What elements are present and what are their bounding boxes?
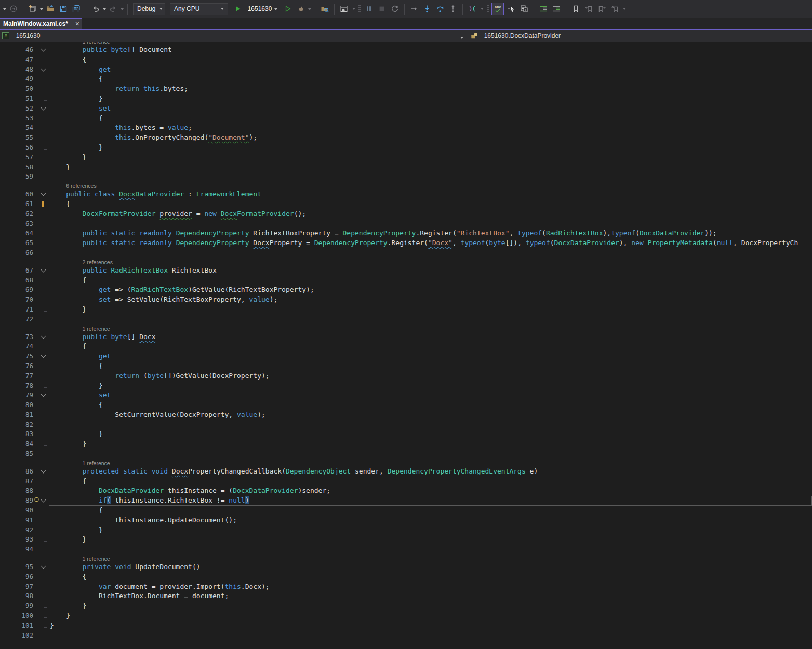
start-debugging-button[interactable]: _1651630 bbox=[231, 3, 281, 15]
code-line-71[interactable]: 71} bbox=[0, 305, 812, 315]
code-line-75[interactable]: 75get bbox=[0, 351, 812, 361]
code-line-59[interactable]: 59 bbox=[0, 172, 812, 182]
line-number[interactable]: 99 bbox=[0, 601, 33, 611]
codelens-references[interactable]: 1 reference bbox=[0, 42, 812, 45]
line-number[interactable]: 92 bbox=[0, 525, 33, 535]
navigate-circle-icon[interactable] bbox=[8, 3, 19, 15]
line-number[interactable]: 65 bbox=[0, 238, 33, 248]
line-number[interactable]: 62 bbox=[0, 209, 33, 219]
undo-icon[interactable] bbox=[90, 3, 101, 15]
redo-icon[interactable] bbox=[108, 3, 119, 15]
code-line-94[interactable]: 94 bbox=[0, 545, 812, 555]
toolbar-grip[interactable] bbox=[358, 5, 361, 13]
new-item-icon[interactable] bbox=[27, 3, 38, 15]
code-line-54[interactable]: 54this.bytes = value; bbox=[0, 123, 812, 133]
line-number[interactable]: 67 bbox=[0, 266, 33, 276]
line-number[interactable]: 58 bbox=[0, 163, 33, 172]
codelens-text[interactable]: 1 reference bbox=[83, 459, 110, 467]
line-number[interactable]: 74 bbox=[0, 342, 33, 351]
line-number[interactable]: 87 bbox=[0, 477, 33, 486]
line-number[interactable]: 84 bbox=[0, 439, 33, 449]
code-line-87[interactable]: 87{ bbox=[0, 477, 812, 486]
threads-caret[interactable] bbox=[480, 7, 484, 11]
show-next-statement-icon[interactable] bbox=[408, 3, 420, 15]
line-number[interactable]: 79 bbox=[0, 390, 33, 400]
project-dropdown-caret[interactable] bbox=[460, 37, 463, 40]
code-line-91[interactable]: 91thisInstance.UpdateDocument(); bbox=[0, 516, 812, 525]
tab-mainwindow-xaml-cs[interactable]: MainWindow.xaml.cs* × bbox=[0, 18, 82, 29]
type-dropdown[interactable]: _1651630.DocxDataProvider bbox=[459, 32, 561, 39]
code-line-101[interactable]: 101} bbox=[0, 621, 812, 631]
code-line-53[interactable]: 53{ bbox=[0, 114, 812, 124]
code-line-77[interactable]: 77return (byte[])GetValue(DocxProperty); bbox=[0, 371, 812, 381]
toolbar-grip[interactable] bbox=[487, 5, 489, 13]
step-into-icon[interactable] bbox=[421, 3, 433, 15]
code-line-55[interactable]: 55this.OnPropertyChanged("Document"); bbox=[0, 133, 812, 143]
line-number[interactable]: 77 bbox=[0, 371, 33, 381]
toggle-bookmark-icon[interactable] bbox=[570, 3, 581, 15]
undo-caret[interactable] bbox=[103, 8, 106, 12]
code-line-96[interactable]: 96{ bbox=[0, 572, 812, 582]
line-number[interactable]: 82 bbox=[0, 420, 33, 430]
code-line-58[interactable]: 58} bbox=[0, 163, 812, 172]
code-line-68[interactable]: 68{ bbox=[0, 276, 812, 286]
line-number[interactable]: 47 bbox=[0, 55, 33, 65]
line-number[interactable]: 52 bbox=[0, 104, 33, 114]
line-number[interactable]: 76 bbox=[0, 361, 33, 371]
solution-platform-combo[interactable]: Any CPU bbox=[170, 3, 228, 15]
line-number[interactable]: 70 bbox=[0, 295, 33, 305]
line-number[interactable]: 78 bbox=[0, 381, 33, 391]
line-number[interactable]: 55 bbox=[0, 133, 33, 143]
toolbar-options-caret[interactable] bbox=[3, 8, 6, 12]
code-line-80[interactable]: 80{ bbox=[0, 400, 812, 410]
line-number[interactable]: 89 bbox=[0, 496, 33, 506]
codelens-text[interactable]: 1 reference bbox=[83, 555, 110, 563]
code-line-73[interactable]: 73public byte[] Docx bbox=[0, 332, 812, 342]
codelens-text[interactable]: 1 reference bbox=[83, 324, 110, 333]
code-line-64[interactable]: 64public static readonly DependencyPrope… bbox=[0, 228, 812, 238]
line-number[interactable]: 93 bbox=[0, 535, 33, 545]
code-line-67[interactable]: 67public RadRichTextBox RichTextBox bbox=[0, 266, 812, 276]
line-number[interactable]: 48 bbox=[0, 65, 33, 75]
code-line-99[interactable]: 99} bbox=[0, 601, 812, 611]
line-number[interactable]: 96 bbox=[0, 572, 33, 582]
line-number[interactable]: 88 bbox=[0, 486, 33, 496]
line-number[interactable]: 56 bbox=[0, 143, 33, 153]
code-line-51[interactable]: 51} bbox=[0, 94, 812, 104]
line-number[interactable]: 72 bbox=[0, 315, 33, 324]
decrease-indent-icon[interactable] bbox=[538, 3, 549, 15]
codelens-references[interactable]: 1 reference bbox=[0, 555, 812, 562]
codelens-references[interactable]: 1 reference bbox=[0, 324, 812, 332]
code-line-61[interactable]: 61{ bbox=[0, 199, 812, 209]
clear-bookmarks-icon[interactable] bbox=[609, 3, 620, 15]
restart-icon[interactable] bbox=[389, 3, 401, 15]
code-line-72[interactable]: 72 bbox=[0, 315, 812, 324]
line-number[interactable]: 101 bbox=[0, 621, 33, 631]
sync-with-active-document-icon[interactable] bbox=[338, 3, 350, 15]
line-number[interactable]: 95 bbox=[0, 562, 33, 572]
line-number[interactable]: 83 bbox=[0, 429, 33, 439]
code-line-74[interactable]: 74{ bbox=[0, 342, 812, 351]
break-all-pause-icon[interactable] bbox=[363, 3, 375, 15]
line-number[interactable]: 69 bbox=[0, 285, 33, 295]
toolbar-overflow-caret[interactable] bbox=[622, 7, 627, 11]
line-number[interactable]: 64 bbox=[0, 228, 33, 238]
next-bookmark-icon[interactable] bbox=[596, 3, 607, 15]
line-number[interactable]: 46 bbox=[0, 45, 33, 55]
find-in-files-icon[interactable] bbox=[319, 3, 330, 15]
code-line-98[interactable]: 98RichTextBox.Document = document; bbox=[0, 591, 812, 601]
line-number[interactable]: 73 bbox=[0, 332, 33, 342]
codelens-text[interactable]: 2 references bbox=[83, 258, 113, 266]
line-number[interactable]: 98 bbox=[0, 591, 33, 601]
increase-indent-icon[interactable] bbox=[551, 3, 562, 15]
new-item-caret[interactable] bbox=[40, 8, 43, 12]
code-line-95[interactable]: 95private void UpdateDocument() bbox=[0, 562, 812, 572]
close-icon[interactable]: × bbox=[75, 21, 79, 27]
code-line-60[interactable]: 60public class DocxDataProvider : Framew… bbox=[0, 190, 812, 199]
start-without-debugging-icon[interactable] bbox=[282, 3, 294, 15]
line-number[interactable]: 100 bbox=[0, 611, 33, 621]
code-line-46[interactable]: 46public byte[] Document bbox=[0, 45, 812, 55]
code-line-93[interactable]: 93} bbox=[0, 535, 812, 545]
step-out-icon[interactable] bbox=[447, 3, 459, 15]
line-number[interactable]: 53 bbox=[0, 114, 33, 124]
